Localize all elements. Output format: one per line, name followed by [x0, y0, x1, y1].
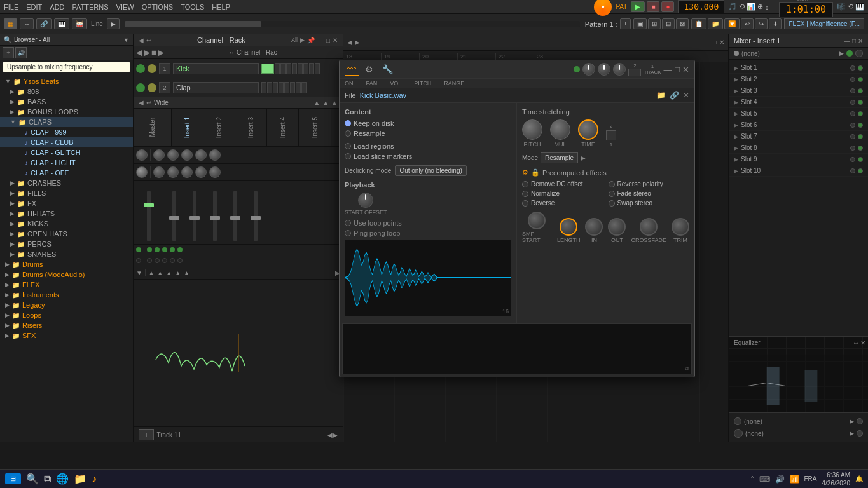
tree-item-flex[interactable]: ▶ 📁 FLEX: [0, 280, 133, 290]
tree-item-clap-light[interactable]: ▶ ♪ CLAP - LIGHT: [0, 158, 133, 168]
play-button[interactable]: ▶: [631, 1, 645, 12]
pattern-tool-4[interactable]: ⊠: [676, 18, 689, 29]
kick-pad-6[interactable]: [303, 63, 308, 74]
send-arrow-2[interactable]: ▶: [850, 430, 854, 437]
taskbar-fl-icon[interactable]: ♪: [92, 473, 97, 485]
tree-item-loops[interactable]: ▶ 📁 Loops: [0, 310, 133, 320]
taskbar-edge-icon[interactable]: 🌐: [56, 473, 69, 485]
pan-knob-5[interactable]: [195, 166, 207, 178]
ch-knob-1[interactable]: [136, 149, 148, 161]
mode-expand[interactable]: ▶: [581, 154, 586, 161]
clap-pad-1[interactable]: [261, 82, 266, 93]
file-folder-icon[interactable]: 📁: [656, 91, 666, 100]
pan-knob-2[interactable]: [153, 166, 165, 178]
taskbar-notif-icon[interactable]: 🔔: [855, 475, 863, 482]
pattern-tool-3[interactable]: ⊟: [662, 18, 675, 29]
mixer-send-dot[interactable]: [855, 50, 863, 57]
pattern-tool-1[interactable]: ▣: [633, 18, 647, 29]
out-knob[interactable]: [608, 218, 626, 236]
tree-item-hihats[interactable]: ▶ 📁 HI-HATS: [0, 208, 133, 219]
crossfade-knob[interactable]: [640, 218, 658, 236]
pr-arrow-left[interactable]: ◀: [347, 39, 352, 46]
view-tool-5[interactable]: ↪: [755, 18, 768, 29]
line-btn[interactable]: ▶: [107, 18, 120, 29]
tree-item-fx[interactable]: ▶ 📁 FX: [0, 198, 133, 208]
tree-item-fills[interactable]: ▶ 📁 FILLS: [0, 188, 133, 198]
stretch-2-control[interactable]: [606, 130, 616, 140]
send-arrow-1[interactable]: ▶: [850, 418, 854, 424]
tree-item-sfx[interactable]: ▶ 📁 SFX: [0, 330, 133, 341]
load-regions[interactable]: Load regions: [345, 142, 511, 150]
tree-item-bass[interactable]: ▶ 📁 BASS: [0, 97, 133, 107]
bpm-display[interactable]: 130.000: [678, 0, 724, 13]
editor-close[interactable]: ✕: [682, 65, 689, 74]
pattern-tool-2[interactable]: ⊞: [648, 18, 661, 29]
channel-rack-minimize[interactable]: —: [317, 37, 324, 44]
kick-pad-7[interactable]: [309, 63, 314, 74]
channel-mute-kick[interactable]: [136, 64, 145, 73]
mixer-slot-6[interactable]: ▶ Slot 6: [729, 119, 868, 131]
editor-maximize[interactable]: □: [675, 65, 680, 74]
channel-nav-forward[interactable]: ▶: [144, 48, 150, 57]
stretch-pitch-knob[interactable]: [522, 119, 542, 140]
vol-knob[interactable]: [598, 63, 610, 76]
clap-pad-8[interactable]: [301, 82, 307, 93]
ch-knob-3[interactable]: [167, 149, 179, 161]
browser-add[interactable]: +: [3, 47, 14, 58]
mixer-close[interactable]: ✕: [858, 37, 863, 44]
menu-view[interactable]: VIEW: [116, 3, 134, 11]
snap-button[interactable]: 🔗: [36, 18, 52, 29]
swap-stereo-item[interactable]: Swap stereo: [609, 200, 690, 207]
pan-knob-4[interactable]: [181, 166, 193, 178]
channel-solo-clap[interactable]: [148, 83, 156, 92]
mixer-slot-4[interactable]: ▶ Slot 4: [729, 97, 868, 108]
add-pattern[interactable]: +: [620, 18, 631, 29]
pan-knob-1[interactable]: [136, 166, 148, 178]
kick-pad-3[interactable]: [286, 63, 291, 74]
mixer-minimize[interactable]: —: [844, 37, 850, 44]
mixer-slot-2[interactable]: ▶ Slot 2: [729, 74, 868, 85]
pr-close[interactable]: ✕: [719, 39, 724, 46]
tree-item-percs[interactable]: ▶ 📁 PERCS: [0, 239, 133, 249]
channel-name-kick[interactable]: Kick: [173, 63, 259, 74]
kick-pad-4[interactable]: [292, 63, 297, 74]
mixer-none-top[interactable]: (none): [741, 50, 837, 57]
pan-knob-6[interactable]: [209, 166, 221, 178]
taskbar-search-icon[interactable]: 🔍: [26, 473, 39, 485]
pr-minimize[interactable]: —: [704, 39, 710, 46]
tree-item-kicks[interactable]: ▶ 📁 KICKS: [0, 219, 133, 229]
channel-name-clap[interactable]: Clap: [173, 82, 259, 93]
tree-item-crashes[interactable]: ▶ 📁 CRASHES: [0, 178, 133, 188]
menu-options[interactable]: OPTIONS: [142, 3, 174, 11]
tree-item-legacy[interactable]: ▶ 📁 Legacy: [0, 300, 133, 310]
mixer-slot-9[interactable]: ▶ Slot 9: [729, 154, 868, 165]
pan-knob-3[interactable]: [167, 166, 179, 178]
insert4-fader-handle[interactable]: [230, 216, 240, 220]
pr-maximize[interactable]: □: [713, 39, 717, 46]
clap-pad-6[interactable]: [290, 82, 295, 93]
trim-knob[interactable]: [672, 218, 689, 236]
mode-value[interactable]: Resample: [541, 152, 578, 163]
loop-points-item[interactable]: Use loop points: [345, 219, 511, 227]
channel-mute-clap[interactable]: [136, 83, 145, 92]
channel-nav-back[interactable]: ◀: [136, 48, 142, 57]
channel-solo-kick[interactable]: [148, 64, 156, 73]
range-control[interactable]: [628, 69, 641, 76]
load-slice-markers[interactable]: Load slice markers: [345, 152, 511, 160]
channel-rack-close[interactable]: ✕: [333, 37, 338, 44]
start-offset-knob[interactable]: [358, 193, 373, 208]
ch-knob-2[interactable]: [153, 149, 165, 161]
ch-knob-6[interactable]: [209, 149, 221, 161]
clap-pad-4[interactable]: [279, 82, 284, 93]
eq-expand-x[interactable]: ↔: [853, 339, 859, 346]
editor-minimize[interactable]: —: [664, 65, 672, 74]
drum-button[interactable]: 🥁: [72, 18, 87, 29]
taskbar-task-view-icon[interactable]: ⧉: [44, 473, 51, 485]
ch-knob-4[interactable]: [181, 149, 193, 161]
pitch-knob[interactable]: [613, 63, 626, 76]
channel-nav-play[interactable]: ▶: [158, 48, 164, 57]
step-seq-button[interactable]: ▦: [4, 18, 17, 29]
eq-close[interactable]: ✕: [860, 339, 865, 346]
tree-item-clap-club[interactable]: ▶ ♪ CLAP - CLUB: [0, 137, 133, 147]
view-tool-2[interactable]: 📁: [708, 18, 723, 29]
